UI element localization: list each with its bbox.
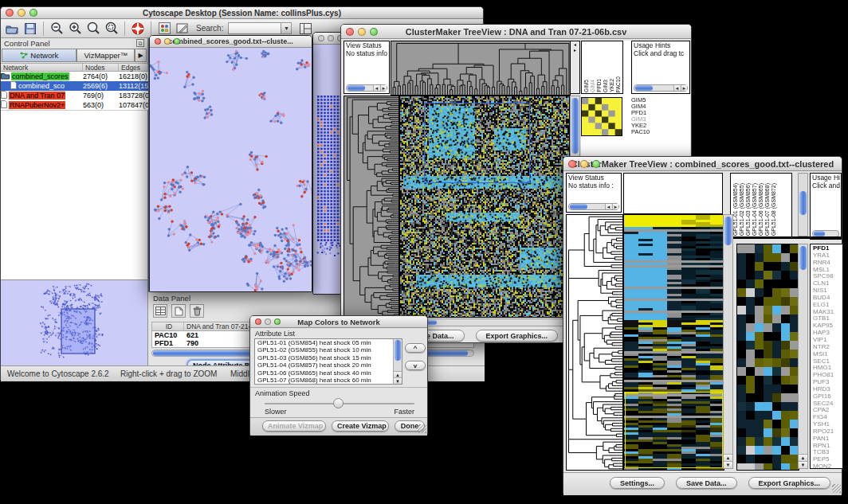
create-vizmap-button[interactable]: Create Vizmap bbox=[332, 420, 389, 432]
export-graphics-button[interactable]: Export Graphics... bbox=[748, 477, 831, 489]
network-table-row[interactable]: combined_sco2569(6)13112(15) bbox=[1, 81, 148, 91]
move-down-button[interactable]: v bbox=[405, 361, 426, 370]
close-button[interactable] bbox=[6, 9, 14, 17]
minimize-button[interactable] bbox=[18, 9, 26, 17]
heatmap-main[interactable] bbox=[623, 214, 724, 471]
matrix-row-labels: GIM5GIM4PFD1GIM3YKE2PAC10 bbox=[631, 97, 679, 136]
column-label: GPL51-04 (GSM857) bbox=[752, 183, 757, 236]
node-count: 563(0) bbox=[83, 101, 119, 109]
export-graphics-button[interactable]: Export Graphics... bbox=[476, 330, 559, 342]
close-button[interactable] bbox=[568, 160, 576, 168]
network-canvas[interactable] bbox=[150, 48, 312, 291]
nav-strip[interactable]: ◂▸ bbox=[570, 41, 580, 94]
gene-id: PAC10 bbox=[152, 331, 184, 339]
attribute-item[interactable]: GPL51-03 (GSM856) heat shock 15 min bbox=[255, 354, 402, 361]
zoom-button[interactable] bbox=[592, 160, 600, 168]
attribute-item[interactable]: GPL51-02 (GSM855) heat shock 10 min bbox=[255, 346, 402, 354]
network-table-row[interactable]: combined_scores2764(0)16218(0) bbox=[1, 72, 148, 81]
save-data-button[interactable]: Save Data... bbox=[676, 477, 737, 489]
zoom-button[interactable] bbox=[174, 38, 180, 45]
similarity-matrix[interactable] bbox=[581, 97, 622, 136]
row-dendrogram[interactable] bbox=[344, 96, 399, 318]
save-session-button[interactable] bbox=[22, 21, 38, 36]
close-button[interactable] bbox=[155, 38, 161, 45]
attribute-item[interactable]: GPL51-04 (GSM857) heat shock 20 min bbox=[255, 361, 402, 369]
attribute-item[interactable]: GPL51-01 (GSM854) heat shock 05 min bbox=[255, 339, 402, 346]
zoom-in-icon[interactable] bbox=[67, 21, 83, 36]
birdseye-view[interactable] bbox=[1, 279, 147, 365]
column-label: GPL51-01 (GSM854) bbox=[732, 183, 738, 236]
help-lifebuoy-icon[interactable] bbox=[130, 21, 146, 36]
tab-vizmapper[interactable]: VizMapper™ bbox=[77, 49, 135, 62]
attribute-item[interactable]: GPL51-06 (GSM865) heat shock 40 min bbox=[255, 369, 402, 377]
detail-vscrollbar[interactable]: ▲▼ bbox=[798, 244, 808, 469]
heatmap-vscrollbar[interactable]: ▲▼ bbox=[723, 214, 733, 469]
network-table-row[interactable]: RNAPuberNov2+563(0)107847(0) bbox=[1, 100, 148, 110]
zoom-out-icon[interactable] bbox=[49, 21, 65, 36]
heatmap-detail[interactable] bbox=[736, 244, 799, 471]
tab-network[interactable]: Network bbox=[2, 49, 77, 62]
usage-hints-hscrollbar[interactable]: ◄► bbox=[634, 84, 688, 92]
vizmapper-icon[interactable] bbox=[156, 21, 172, 36]
close-button[interactable] bbox=[318, 35, 324, 41]
attribute-item[interactable]: GPL51-07 (GSM868) heat shock 60 min bbox=[255, 377, 402, 384]
network-table-row[interactable]: DNA and Tran 07769(0)183728(0) bbox=[1, 91, 148, 100]
view-status-hscrollbar[interactable]: ◄► bbox=[346, 84, 387, 92]
status-zoom-hint: Right-click + drag to ZOOM bbox=[120, 369, 217, 378]
minimize-button[interactable] bbox=[358, 28, 366, 36]
zoom-fit-icon[interactable] bbox=[85, 21, 101, 36]
panel-layout-icon[interactable] bbox=[297, 21, 313, 36]
zoom-button[interactable] bbox=[29, 9, 37, 17]
status-welcome: Welcome to Cytoscape 2.6.2 bbox=[7, 369, 109, 378]
animation-speed-slider-thumb[interactable] bbox=[333, 398, 344, 408]
resize-grip[interactable] bbox=[418, 424, 426, 433]
resize-grip[interactable] bbox=[832, 484, 841, 493]
column-label: GPL51-07 (GSM868) bbox=[764, 183, 770, 236]
control-panel: Control Panel ⧉ Network VizMapper™ ▶ Net… bbox=[1, 38, 148, 365]
settings-button[interactable]: Settings... bbox=[610, 477, 665, 489]
treeview-combined-title: ClusterMaker TreeView : combined_scores_… bbox=[571, 159, 834, 169]
header-vscrollbar[interactable] bbox=[798, 173, 808, 236]
delete-attribute-trash-icon[interactable] bbox=[190, 304, 204, 318]
column-label: GIM5 bbox=[583, 80, 589, 92]
gene-label[interactable]: MON2 bbox=[813, 463, 842, 469]
close-button[interactable] bbox=[346, 28, 354, 36]
column-label: GIM3 bbox=[603, 80, 608, 92]
minimize-button[interactable] bbox=[328, 35, 334, 41]
column-label: PFD1 bbox=[596, 79, 602, 92]
annotation-icon[interactable] bbox=[175, 21, 190, 36]
heatmap-main[interactable] bbox=[399, 96, 570, 318]
document-icon bbox=[1, 81, 17, 91]
float-panel-icon[interactable]: ⧉ bbox=[136, 39, 144, 47]
attribute-list[interactable]: GPL51-01 (GSM854) heat shock 05 minGPL51… bbox=[254, 338, 402, 385]
zoom-selected-icon[interactable] bbox=[104, 21, 120, 36]
edge-count: 183728(0) bbox=[119, 92, 148, 100]
search-input[interactable]: ▼ bbox=[228, 22, 292, 34]
row-dendrogram[interactable] bbox=[566, 214, 623, 471]
control-panel-tabs: Network VizMapper™ ▶ bbox=[1, 49, 147, 62]
open-session-button[interactable] bbox=[4, 21, 20, 36]
close-button[interactable] bbox=[255, 318, 261, 325]
search-dropdown-arrow[interactable]: ▼ bbox=[281, 23, 291, 33]
matrix-row-label: PAC10 bbox=[631, 129, 679, 135]
zoom-button[interactable] bbox=[274, 318, 281, 325]
column-dendrogram[interactable] bbox=[391, 41, 571, 96]
minimize-button[interactable] bbox=[164, 38, 171, 45]
minimize-button[interactable] bbox=[265, 318, 271, 325]
move-up-button[interactable]: ^ bbox=[405, 343, 426, 353]
animate-vizmap-button[interactable]: Animate Vizmap bbox=[262, 420, 326, 432]
minimize-button[interactable] bbox=[580, 160, 588, 168]
zoom-button[interactable] bbox=[370, 28, 378, 36]
new-attribute-icon[interactable] bbox=[171, 304, 186, 318]
document-icon bbox=[1, 91, 7, 100]
view-status-hscrollbar[interactable]: ◄► bbox=[568, 203, 619, 210]
attribute-select-icon[interactable] bbox=[153, 304, 167, 318]
edge-count: 16218(0) bbox=[119, 72, 148, 80]
window-controls bbox=[6, 9, 37, 17]
tab-overflow-arrow[interactable]: ▶ bbox=[135, 49, 147, 62]
edge-count: 13112(15) bbox=[119, 82, 148, 90]
control-panel-title: Control Panel ⧉ bbox=[1, 38, 147, 49]
sample-column-labels: GPL51-01 (GSM854)GPL51-02 (GSM855)GPL51-… bbox=[730, 173, 792, 236]
network-name: DNA and Tran 07 bbox=[9, 92, 65, 100]
attribute-list-vscrollbar[interactable]: ▲▼ bbox=[393, 339, 402, 384]
